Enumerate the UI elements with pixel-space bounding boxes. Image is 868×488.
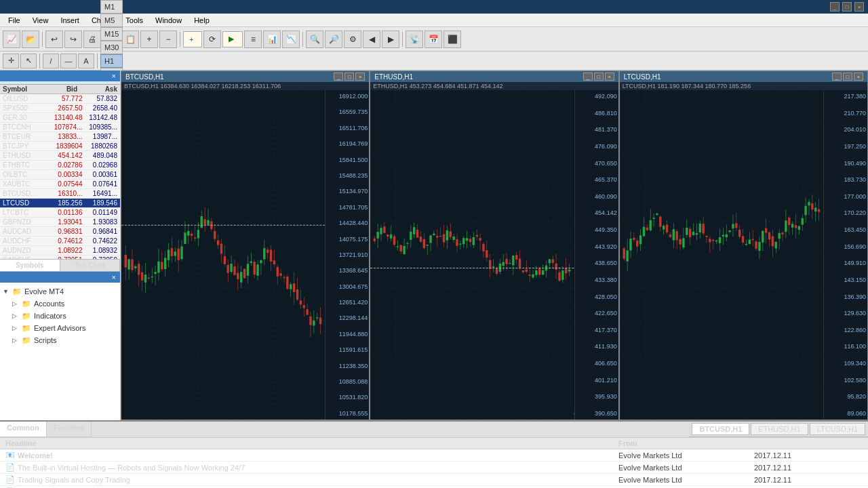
market-watch-row[interactable]: GBPNZD1.930411.93083 [0,218,120,227]
menu-item-help[interactable]: Help [189,15,215,26]
minimize-button[interactable]: _ [830,2,840,12]
zoom-chart-out-button[interactable]: 🔎 [325,30,342,48]
crosshair-button[interactable]: ✛ [3,54,19,68]
market-watch-row[interactable]: OILBTC0.003340.00361 [0,170,120,180]
svg-rect-72 [207,220,209,225]
market-watch-row[interactable]: BTCEUR13833...13987... [0,132,120,142]
menu-item-insert[interactable]: Insert [55,15,85,26]
chart-maximize-button[interactable]: □ [843,73,852,81]
market-watch-row[interactable]: BTCJPY18396041880268 [0,142,120,151]
chart-maximize-button[interactable]: □ [594,73,604,81]
draw-hline-button[interactable]: — [60,54,77,68]
tick-chart-tab[interactable]: Tick Chart [60,260,121,271]
market-watch-row[interactable]: AUDCAD0.968310.96841 [0,227,120,237]
cursor-button[interactable]: ↖ [20,54,37,68]
market-watch-row[interactable]: BTCUSD...16310...16491... [0,189,120,199]
chart-tab-ethusdh1[interactable]: ETHUSD,H1 [751,423,808,435]
timeframe-H1-button[interactable]: H1 [100,54,123,68]
chart-minimize-button[interactable]: _ [583,73,593,81]
svg-rect-52 [174,251,176,256]
zoom-chart-in-button[interactable]: 🔍 [306,30,323,48]
new-order-button[interactable]: + [183,31,202,47]
chart-body[interactable]: 217.380210.770204.010197.250190.490183.7… [620,90,867,420]
menu-bar: FileViewInsertChartsToolsWindowHelp [0,14,868,27]
menu-item-file[interactable]: File [3,15,26,26]
timeframe-M5-button[interactable]: M5 [100,14,123,27]
nav-item-evolve-mt4[interactable]: ▼📁Evolve MT4 [3,285,117,298]
chart-minimize-button[interactable]: _ [334,73,343,81]
zoom-out-button[interactable]: − [159,30,177,48]
menu-item-window[interactable]: Window [150,15,187,26]
chart-body[interactable]: 492.090486.810481.370476.090470.650465.3… [370,90,618,420]
scroll-left-button[interactable]: ◀ [363,30,380,48]
print-button[interactable]: 🖨 [83,30,101,48]
market-watch-row[interactable]: LTCUSD185.256189.546 [0,199,120,208]
terminal-button[interactable]: ⬛ [443,30,461,48]
candles-area[interactable] [370,90,574,407]
market-watch-row[interactable]: ETHBTC0.027860.02968 [0,161,120,170]
svg-rect-250 [515,255,517,260]
news-row[interactable]: 📄 The Built-in Virtual Hosting — Robots … [0,462,868,474]
common-tab[interactable]: Common [0,422,47,436]
nav-item-expert-advisors[interactable]: ▷📁Expert Advisors [3,322,117,334]
candles-area[interactable] [620,90,823,407]
market-watch-row[interactable]: AUDCHF0.746120.74622 [0,237,120,246]
market-watch-row[interactable]: SPX5002657.502658.40 [0,104,120,113]
market-watch-row[interactable]: ETHUSD454.142489.048 [0,151,120,161]
timeframe-M15-button[interactable]: M15 [100,27,123,41]
close-button[interactable]: × [854,2,864,12]
price-label: 210.770 [825,110,866,117]
new-chart-button[interactable]: 📈 [3,30,20,48]
svg-rect-258 [529,274,531,276]
refresh-button[interactable]: ⟳ [203,30,221,48]
redo-button[interactable]: ↪ [64,30,82,48]
market-watch-close-icon[interactable]: × [112,72,116,80]
svg-rect-420 [811,203,813,209]
navigator-close-icon[interactable]: × [112,273,116,281]
nav-item-scripts[interactable]: ▷📁Scripts [3,334,117,346]
scroll-right-button[interactable]: ▶ [382,30,399,48]
chart-close-button[interactable]: × [854,73,863,81]
nav-item-indicators[interactable]: ▷📁Indicators [3,310,117,322]
chart-body[interactable]: 16912.00016559.73516511.70616194.7691584… [121,90,369,420]
open-button[interactable]: 📂 [22,30,39,48]
market-watch-row[interactable]: BTCCNH107874...109385... [0,123,120,132]
chart-type1-button[interactable]: ≡ [244,30,262,48]
market-watch-row[interactable]: XAUBTC0.075440.07641 [0,180,120,189]
market-watch-row[interactable]: OILUSD57.77257.832 [0,94,120,104]
bid-price: 0.01136 [50,209,85,216]
autotrading-button[interactable]: ▶ [222,31,243,47]
favorites-tab[interactable]: Favorites [47,422,92,436]
chart-close-button[interactable]: × [605,73,614,81]
signal-button[interactable]: 📡 [406,30,423,48]
chart-type3-button[interactable]: 📉 [282,30,300,48]
news-row[interactable]: 📄 Trading Signals and Copy Trading Evolv… [0,474,868,486]
market-watch-row[interactable]: GER.3013140.4813142.48 [0,113,120,123]
chart-tab-ltcusdh1[interactable]: LTCUSD,H1 [810,423,865,435]
symbol-name: BTCEUR [3,133,50,140]
nav-item-accounts[interactable]: ▷📁Accounts [3,298,117,310]
chart-type2-button[interactable]: 📊 [263,30,281,48]
symbols-tab[interactable]: Symbols [0,260,60,271]
calendar-button[interactable]: 📅 [425,30,442,48]
timeframe-M30-button[interactable]: M30 [100,41,123,54]
chart-close-button[interactable]: × [355,73,365,81]
market-watch-row[interactable]: AUDNZD1.089221.08932 [0,246,120,256]
svg-rect-198 [430,236,432,243]
timeframe-M1-button[interactable]: M1 [100,0,123,14]
copy-button[interactable]: 📋 [121,30,139,48]
chart-minimize-button[interactable]: _ [832,73,842,81]
menu-item-view[interactable]: View [27,15,54,26]
market-watch-row[interactable]: LTCBTC0.011360.01149 [0,208,120,218]
maximize-button[interactable]: □ [842,2,852,12]
chart-tab-btcusdh1[interactable]: BTCUSD,H1 [692,423,749,435]
undo-button[interactable]: ↩ [45,30,63,48]
chart-maximize-button[interactable]: □ [344,73,354,81]
news-row[interactable]: 📧 Welcome! Evolve Markets Ltd 2017.12.11 [0,449,868,462]
properties-button[interactable]: ⚙ [344,30,361,48]
menu-item-tools[interactable]: Tools [120,15,149,26]
draw-line-button[interactable]: / [43,54,59,68]
draw-text-button[interactable]: A [78,54,94,68]
candles-area[interactable] [121,90,325,407]
zoom-in-button[interactable]: + [140,30,158,48]
